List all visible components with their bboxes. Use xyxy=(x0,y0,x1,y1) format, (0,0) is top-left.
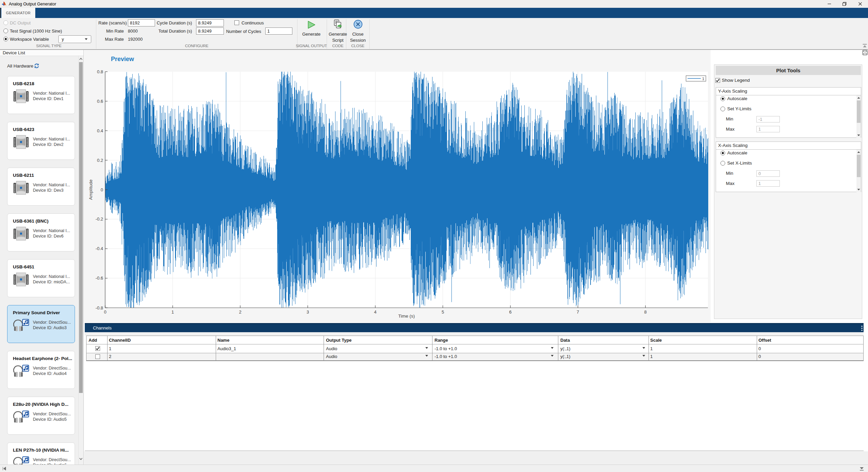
svg-text:0.6: 0.6 xyxy=(97,99,103,104)
svg-text:Time (s): Time (s) xyxy=(398,314,415,319)
svg-text:3: 3 xyxy=(307,309,309,315)
svg-text:0: 0 xyxy=(104,309,106,315)
svg-text:8: 8 xyxy=(644,309,647,315)
svg-text:0.4: 0.4 xyxy=(97,128,103,133)
svg-text:0.2: 0.2 xyxy=(97,158,103,163)
svg-text:6: 6 xyxy=(509,309,512,315)
svg-text:0.8: 0.8 xyxy=(97,69,103,74)
svg-text:-0.8: -0.8 xyxy=(96,305,103,310)
svg-text:1: 1 xyxy=(171,309,174,315)
svg-text:7: 7 xyxy=(577,309,579,315)
svg-text:-0.4: -0.4 xyxy=(96,246,103,251)
svg-text:Amplitude: Amplitude xyxy=(88,180,93,200)
svg-text:2: 2 xyxy=(239,309,242,315)
svg-text:4: 4 xyxy=(374,309,377,315)
svg-text:-0.2: -0.2 xyxy=(96,216,103,222)
svg-text:5: 5 xyxy=(442,309,444,315)
svg-text:1: 1 xyxy=(702,77,704,81)
svg-text:-0.6: -0.6 xyxy=(96,276,103,281)
svg-text:0: 0 xyxy=(101,187,103,192)
